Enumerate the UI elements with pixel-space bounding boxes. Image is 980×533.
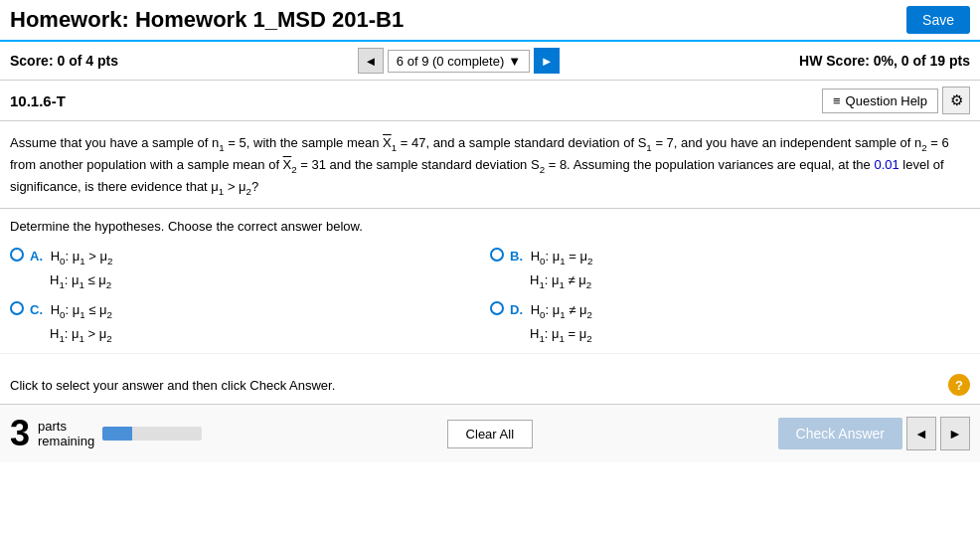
- page-title: Homework: Homework 1_MSD 201-B1: [10, 7, 404, 33]
- footer-center: Clear All: [447, 420, 533, 448]
- settings-button[interactable]: ⚙: [942, 87, 970, 114]
- hw-score-label: HW Score:: [799, 53, 870, 69]
- progress-bar: [102, 427, 202, 441]
- footer-right: Check Answer ◄ ►: [778, 417, 970, 450]
- parts-number: 3: [10, 413, 30, 454]
- footer-next-button[interactable]: ►: [940, 417, 970, 450]
- radio-b[interactable]: [490, 248, 504, 262]
- hw-score-value: 0%, 0 of 19 pts: [874, 53, 970, 69]
- next-question-button[interactable]: ►: [534, 48, 560, 74]
- choice-c[interactable]: C. H0: μ1 ≤ μ2 H1: μ1 > μ2: [10, 299, 490, 347]
- radio-c[interactable]: [10, 301, 24, 315]
- check-answer-button[interactable]: Check Answer: [778, 418, 902, 449]
- hw-score-display: HW Score: 0%, 0 of 19 pts: [799, 53, 970, 69]
- help-circle-button[interactable]: ?: [948, 374, 970, 396]
- save-button[interactable]: Save: [906, 6, 970, 34]
- answer-choices: A. H0: μ1 > μ2 H1: μ1 ≤ μ2 B. H0: μ1 = μ…: [0, 240, 980, 354]
- question-nav: ◄ 6 of 9 (0 complete) ▼ ►: [358, 48, 560, 74]
- instructions: Determine the hypotheses. Choose the cor…: [0, 209, 980, 240]
- question-position[interactable]: 6 of 9 (0 complete) ▼: [388, 50, 530, 73]
- score-display: Score: 0 of 4 pts: [10, 53, 118, 69]
- prev-question-button[interactable]: ◄: [358, 48, 384, 74]
- list-icon: ≡: [833, 93, 841, 108]
- progress-bar-fill: [102, 427, 132, 441]
- score-label: Score:: [10, 53, 54, 69]
- parts-label: parts: [38, 419, 94, 434]
- question-bar: 10.1.6-T ≡ Question Help ⚙: [0, 81, 980, 121]
- gear-icon: ⚙: [950, 91, 963, 109]
- score-value: 0 of 4 pts: [57, 53, 117, 69]
- footer-prev-button[interactable]: ◄: [906, 417, 936, 450]
- question-id: 10.1.6-T: [10, 92, 66, 109]
- radio-a[interactable]: [10, 248, 24, 262]
- remaining-label: remaining: [38, 434, 94, 448]
- choice-a[interactable]: A. H0: μ1 > μ2 H1: μ1 ≤ μ2: [10, 246, 490, 293]
- choice-d[interactable]: D. H0: μ1 ≠ μ2 H1: μ1 = μ2: [490, 299, 970, 347]
- radio-d[interactable]: [490, 301, 504, 315]
- score-bar: Score: 0 of 4 pts ◄ 6 of 9 (0 complete) …: [0, 42, 980, 81]
- problem-text: Assume that you have a sample of n1 = 5,…: [0, 121, 980, 209]
- header: Homework: Homework 1_MSD 201-B1 Save: [0, 0, 980, 42]
- clear-all-button[interactable]: Clear All: [447, 420, 533, 448]
- question-help-button[interactable]: ≡ Question Help: [822, 89, 938, 113]
- choice-b[interactable]: B. H0: μ1 = μ2 H1: μ1 ≠ μ2: [490, 246, 970, 293]
- bottom-instruction: Click to select your answer and then cli…: [0, 353, 980, 404]
- parts-remaining: 3 parts remaining: [10, 413, 202, 454]
- footer: 3 parts remaining Clear All Check Answer…: [0, 404, 980, 462]
